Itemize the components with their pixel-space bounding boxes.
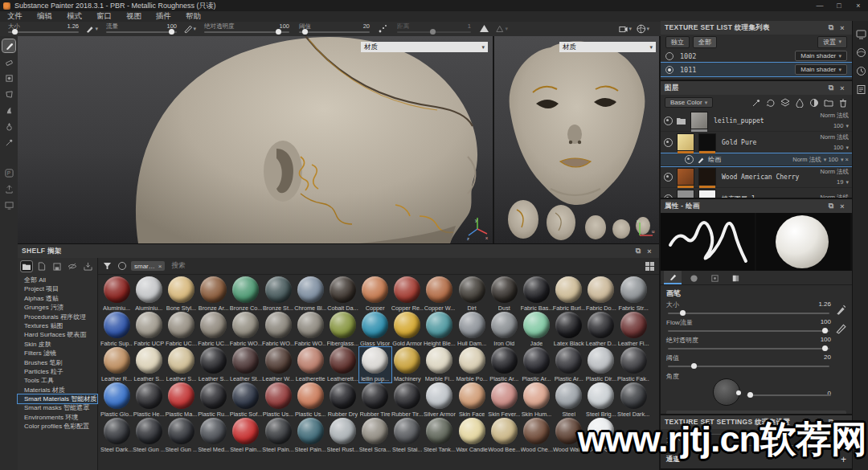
radio-icon[interactable]: [665, 52, 674, 60]
grid-view-icon[interactable]: [645, 262, 654, 271]
material-item[interactable]: Skin Fever...: [488, 382, 520, 418]
display-settings-tab-icon[interactable]: [856, 29, 866, 39]
view-mode-select-2d[interactable]: 材质▾: [559, 42, 656, 52]
material-item[interactable]: Aluminiu...: [100, 276, 133, 312]
prop-flow-slider[interactable]: Flow流量100: [666, 317, 831, 335]
material-item[interactable]: Cobalt Da...: [326, 276, 358, 312]
material-item[interactable]: Machinery: [391, 347, 424, 382]
shelf-import-icon[interactable]: [82, 261, 93, 272]
material-item[interactable]: Plastic Sof...: [230, 382, 262, 418]
pencil-preset-icon[interactable]: ▾: [183, 23, 196, 35]
material-item[interactable]: Plastic Dir...: [585, 347, 617, 382]
shelf-folder-view-icon[interactable]: [21, 261, 32, 272]
material-picker-tool-icon[interactable]: [2, 136, 15, 149]
material-item[interactable]: Steel Med...: [198, 418, 230, 453]
material-item[interactable]: Plastic Ar...: [520, 347, 552, 382]
threshold-slider[interactable]: 阈值 20: [297, 22, 371, 35]
viewport-2d[interactable]: 材质▾ vu: [494, 36, 659, 243]
material-item[interactable]: Plastic Ar...: [488, 347, 520, 382]
material-item[interactable]: Leather S...: [165, 347, 197, 382]
shelf-category-item[interactable]: Textures 贴图: [18, 321, 97, 330]
shelf-new-resource-icon[interactable]: [36, 261, 47, 272]
material-item[interactable]: Skin Hum...: [520, 382, 552, 418]
stylus-pressure-flow-icon[interactable]: [835, 323, 846, 334]
stylus-pressure-size-icon[interactable]: [835, 304, 846, 316]
history-tab-icon[interactable]: [856, 66, 866, 76]
material-item[interactable]: Latex Black: [553, 312, 585, 347]
shader-select[interactable]: Main shader ▾: [795, 64, 847, 75]
channel-select[interactable]: Base Color ▾: [665, 97, 713, 108]
shelf-category-item[interactable]: Environments 环境: [18, 413, 97, 422]
material-item[interactable]: Steel Tank...: [424, 418, 456, 453]
texture-set-row[interactable]: 1002 Main shader ▾: [661, 49, 852, 63]
add-folder-icon[interactable]: [824, 98, 833, 108]
projection-tool-icon[interactable]: [2, 72, 15, 84]
add-mask-icon[interactable]: [795, 98, 805, 108]
material-item[interactable]: Hull Dam...: [456, 312, 488, 347]
texture-set-row[interactable]: 1011 Main shader ▾: [661, 63, 852, 76]
material-item[interactable]: Fabric WO...: [262, 312, 294, 347]
shader-settings-tab-icon[interactable]: [856, 47, 866, 58]
material-item[interactable]: Steel Dark...: [100, 418, 133, 453]
material-item[interactable]: Steel Gun ...: [165, 418, 197, 453]
material-item[interactable]: Wood Che...: [520, 418, 552, 453]
tab-stencil[interactable]: [706, 272, 723, 284]
opacity-slider[interactable]: 绝对透明度 100: [203, 22, 291, 35]
shelf-category-item[interactable]: Smart Materials 智能材质: [18, 394, 97, 403]
material-item[interactable]: Plastic Ru...: [198, 382, 230, 418]
float-panel-icon[interactable]: ⧉: [633, 247, 644, 255]
material-item[interactable]: Marble Fi...: [424, 347, 456, 382]
shelf-save-icon[interactable]: [51, 261, 63, 272]
shelf-category-item[interactable]: Alphas 透贴: [18, 294, 97, 303]
visibility-eye-icon[interactable]: [664, 138, 673, 147]
material-item[interactable]: Fabric WO...: [230, 312, 262, 347]
float-panel-icon[interactable]: ⧉: [825, 84, 837, 92]
eraser-tool-icon[interactable]: [2, 55, 15, 68]
material-item[interactable]: Steel Scra...: [359, 418, 391, 453]
material-item[interactable]: Steel Pain...: [230, 418, 262, 453]
close-button[interactable]: ×: [849, 2, 868, 10]
search-input[interactable]: 搜索: [171, 261, 645, 271]
material-item[interactable]: Wax Candle: [456, 418, 488, 453]
viewport-3d[interactable]: 材质▾ yzx: [18, 36, 493, 243]
display-settings-icon[interactable]: [2, 198, 15, 211]
visibility-eye-icon[interactable]: [664, 116, 673, 125]
menu-item-6[interactable]: 帮助: [178, 11, 208, 22]
material-item[interactable]: Copper Re...: [391, 276, 424, 312]
clear-tag-icon[interactable]: ×: [158, 263, 162, 270]
shelf-hide-icon[interactable]: [67, 261, 78, 272]
visibility-eye-icon[interactable]: [685, 155, 694, 164]
material-item[interactable]: Leather R...: [100, 347, 133, 382]
add-fill-layer-icon[interactable]: [809, 98, 819, 108]
polygon-fill-tool-icon[interactable]: [2, 88, 15, 100]
material-item[interactable]: Skin Face: [456, 382, 488, 418]
material-item[interactable]: leilin pup...: [359, 347, 391, 382]
all-button[interactable]: 全部: [693, 36, 717, 48]
flow-slider[interactable]: 流量 100: [104, 22, 178, 35]
material-item[interactable]: Dirt: [456, 276, 488, 312]
smudge-tool-icon[interactable]: [2, 104, 15, 116]
material-item[interactable]: Copper W...: [424, 276, 456, 312]
material-item[interactable]: Copper: [359, 276, 391, 312]
material-item[interactable]: Steel Gun ...: [133, 418, 165, 453]
material-item[interactable]: Gold Armor: [391, 312, 424, 347]
lazy-mouse-icon[interactable]: ▾: [495, 23, 508, 35]
material-item[interactable]: Fabric Sup...: [100, 312, 133, 347]
paint-effect-row[interactable]: 绘画 Norm 法线 ▾ 100 ▾ ×: [661, 153, 852, 166]
material-item[interactable]: Steel Dark...: [617, 382, 649, 418]
material-item[interactable]: Steel Pain...: [294, 418, 326, 453]
shelf-category-item[interactable]: Materials 材质: [18, 386, 97, 394]
material-item[interactable]: Plastic Fak...: [617, 347, 649, 382]
shelf-category-item[interactable]: Smart masks 智能遮罩: [18, 403, 97, 412]
material-item[interactable]: Steel Stai...: [391, 418, 424, 453]
layer-row-fill[interactable]: 填充图层 1 Norm 法线: [661, 188, 852, 198]
material-item[interactable]: Fabric WO...: [294, 312, 326, 347]
material-item[interactable]: Plastic Us...: [262, 382, 294, 418]
visibility-eye-icon[interactable]: [664, 194, 673, 198]
material-item[interactable]: Silver Armor: [424, 382, 456, 418]
material-item[interactable]: Fabric UC...: [198, 312, 230, 347]
remove-effect-icon[interactable]: ×: [845, 156, 849, 163]
material-item[interactable]: Glass Visor: [359, 312, 391, 347]
material-item[interactable]: Jade: [520, 312, 552, 347]
material-item[interactable]: Marble Po...: [456, 347, 488, 382]
